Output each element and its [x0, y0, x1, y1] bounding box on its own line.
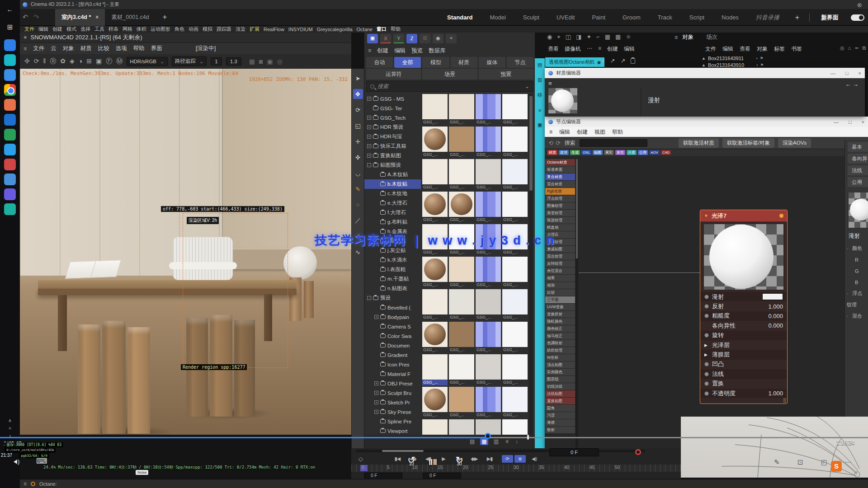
range-end-field[interactable]: 0 F [423, 473, 461, 479]
material-thumbnail[interactable]: GSG_... [476, 419, 501, 435]
film2-icon[interactable]: ▦ [615, 33, 621, 41]
material-thumbnail[interactable]: GSG_... [422, 387, 448, 418]
category-chip[interactable]: 介质 [627, 150, 637, 155]
material-editor-titlebar[interactable]: 材质编辑器 —□× [545, 68, 865, 78]
viewport-menu-item[interactable]: 创建 [607, 45, 618, 53]
node-type-item[interactable]: 相乘 [545, 275, 575, 282]
export-image-icon[interactable]: ◎ [277, 58, 283, 65]
material-preview-ball[interactable] [548, 88, 577, 113]
focus-picker-icon[interactable]: Ⓕ [106, 57, 112, 66]
menubar-item[interactable]: 样条 [108, 26, 118, 33]
material-thumbnail[interactable]: GSG_... [502, 192, 528, 223]
taskbar-app-chrome[interactable] [4, 84, 16, 96]
node-type-item[interactable]: W坐标 [545, 354, 575, 361]
filter-tab[interactable]: 全部 [394, 57, 421, 68]
node-editor-action-button[interactable]: 获取激活标签/对象 [722, 138, 774, 148]
material-thumbnail[interactable]: GSG_... [422, 192, 448, 223]
node-port-row[interactable]: ▶光泽层 [700, 340, 787, 350]
octane-menu-item[interactable]: 云 [51, 45, 57, 52]
menubar-item[interactable]: 网格 [123, 26, 132, 33]
menubar-item[interactable]: 模拟 [203, 26, 212, 33]
colorspace-dropdown[interactable]: HDR/sRGB⌄ [127, 57, 167, 66]
dock-move-label[interactable]: 移 [538, 92, 542, 99]
node-type-item[interactable]: 混合材质 [545, 181, 575, 188]
node-port-row[interactable]: 粗糙度0.000 [700, 311, 787, 321]
keyframe-button[interactable]: ◇ [359, 455, 363, 462]
hamburger-menu-icon[interactable]: ≡ [24, 481, 27, 487]
node-type-item[interactable]: 图层组 [545, 376, 575, 383]
taskbar-app-orange[interactable] [4, 99, 16, 111]
volume-icon[interactable]: ) [14, 458, 19, 465]
render-view-icon[interactable]: ◉ [547, 33, 552, 41]
taskbar-app-teal[interactable] [4, 54, 16, 66]
material-thumbnail[interactable]: GSG_... [449, 94, 474, 125]
material-thumbnail[interactable]: GSG_... [422, 127, 448, 158]
material-thumbnail[interactable]: GSG_... [422, 354, 448, 385]
node-type-item[interactable]: 比较 [545, 289, 575, 296]
material-thumbnail[interactable]: GSG_... [476, 159, 501, 190]
node-type-item[interactable]: 圆角 [545, 405, 575, 412]
nav-back-icon[interactable]: ⟲ [548, 140, 553, 146]
region-render-icon[interactable]: Ⓡ [50, 57, 56, 66]
attribute-row[interactable]: ◦颜色 [845, 243, 868, 254]
content-browser-menu-item[interactable]: 编辑 [394, 47, 406, 55]
node-type-item[interactable]: 置换贴图 [545, 398, 575, 404]
node-type-item[interactable]: 薄膜 [545, 419, 575, 426]
scatter-dots-icon[interactable]: ⁘ [353, 200, 363, 210]
content-browser-menu-item[interactable]: 数据库 [429, 47, 446, 55]
tree-item[interactable]: +HDR与渲 [364, 132, 421, 141]
nav-forward-icon[interactable]: ⟳ [556, 140, 561, 146]
current-frame-field[interactable]: 0 F [549, 448, 599, 456]
paint-brush-icon[interactable]: ✎ [353, 184, 363, 194]
search-input[interactable]: 搜索 ⌄ [366, 81, 533, 92]
expander-icon[interactable]: + [367, 97, 371, 101]
node-editor-menu-item[interactable]: 编辑 [559, 128, 570, 136]
close-icon[interactable]: × [862, 119, 864, 125]
layout-tab[interactable]: Sculpt [514, 14, 548, 21]
material-thumbnail[interactable]: GSG_... [449, 192, 474, 223]
add-node-icon[interactable]: + [601, 57, 605, 64]
object-manager-tab[interactable]: 对象 [682, 33, 693, 41]
material-thumbnail[interactable]: GSG_... [422, 257, 448, 288]
node-type-item[interactable]: 伽马校正 [545, 333, 575, 339]
wireframe-viewport[interactable]: S [681, 417, 868, 478]
hamburger-menu-icon[interactable]: ≡ [675, 34, 678, 41]
om-filter-icon[interactable]: ≂ [854, 45, 859, 51]
glossy-material-node[interactable]: ▼ 光泽7 漫射反射1.000粗糙度0.000各向异性0.000旋转▶光泽层▶薄… [700, 210, 788, 404]
attribute-row[interactable]: R [845, 254, 868, 265]
filter-tab[interactable]: 模型 [422, 57, 449, 68]
coordinates-icon[interactable]: ◨ [576, 33, 581, 41]
maximize-icon[interactable]: □ [845, 70, 849, 76]
tree-item[interactable]: Documen [364, 341, 421, 350]
category-chip[interactable]: 发光 [615, 150, 625, 155]
expander-icon[interactable]: + [374, 400, 378, 404]
category-chip[interactable]: 贴图 [593, 150, 603, 155]
snapshot-icon[interactable]: ▣ [267, 58, 273, 65]
object-manager-menu-item[interactable]: 书签 [791, 45, 802, 53]
attribute-row[interactable]: B [845, 277, 868, 288]
node-port-value[interactable]: 0.000 [768, 322, 783, 329]
attribute-row[interactable]: ◦浮点 [845, 288, 868, 299]
attribute-tab[interactable]: 公用 [848, 177, 868, 187]
tree-item[interactable]: n.贴图表 [364, 284, 421, 293]
object-manager-menu-item[interactable]: 查看 [740, 45, 750, 53]
taskbar-app-folder[interactable] [4, 174, 16, 185]
node-port-row[interactable]: ▶薄膜层 [700, 350, 787, 359]
node-type-item[interactable]: 三平面 [545, 296, 575, 303]
new-document-tab-button[interactable]: + [156, 13, 174, 21]
start-grid-icon[interactable]: ⊞ [0, 18, 20, 36]
hamburger-menu-icon[interactable]: ≡ [598, 45, 601, 53]
node-editor-titlebar[interactable]: 节点编辑器 —□× [545, 117, 868, 127]
tree-item[interactable]: A.木纹贴 [364, 170, 421, 179]
node-type-item[interactable]: 切线法线 [545, 383, 575, 390]
tree-item[interactable]: b.木纹贴 [364, 179, 421, 189]
node-type-item[interactable]: 实例颜色 [545, 369, 575, 375]
light-icon[interactable]: ✦ [586, 33, 591, 41]
attribute-tab[interactable]: 各向异 [848, 154, 868, 164]
attribute-tab[interactable]: 基本 [848, 142, 868, 152]
tray-chevron-icon[interactable]: ∧ [0, 417, 20, 424]
taskbar-app-red[interactable] [4, 159, 16, 170]
expander-icon[interactable]: - [367, 296, 371, 300]
layout-tab[interactable]: Model [481, 14, 514, 21]
smile-brush-icon[interactable]: ◡ [353, 168, 363, 178]
